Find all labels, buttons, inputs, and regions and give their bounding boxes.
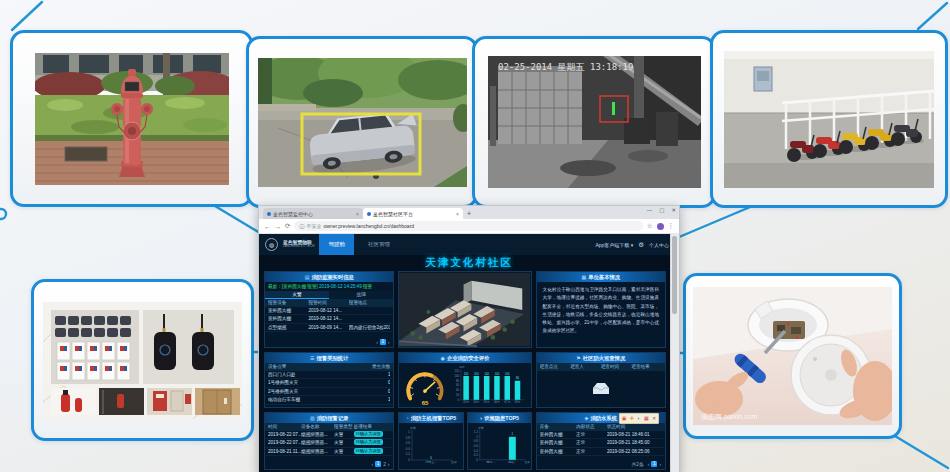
page-number[interactable]: 1 xyxy=(375,461,381,467)
panel-patrol: ⚑社区防火巡查情况 巡查点位巡查人 巡查时间巡查结果 xyxy=(536,352,666,408)
prev-page-button[interactable]: ‹ xyxy=(372,462,374,467)
prev-page-button[interactable]: ‹ xyxy=(376,340,378,345)
browser-menu-icon[interactable]: ⋮ xyxy=(668,222,675,230)
browser-tab-2[interactable]: 蓝色智慧社区平台 × xyxy=(363,208,463,219)
status-badge: 已确认为误报 xyxy=(354,439,383,445)
svg-text:03月: 03月 xyxy=(464,400,470,404)
table-row[interactable]: 1号楼外围火灾0 xyxy=(265,379,393,388)
scrollbar-thumb[interactable] xyxy=(672,236,677,314)
svg-text:07月: 07月 xyxy=(505,400,511,404)
cctv-timestamp: 02-25-2014 星期五 13:18:19 xyxy=(498,62,633,72)
table-row[interactable]: 点型烟感2019-08-09 14...园内建行宿舍2栋201室 xyxy=(265,324,393,333)
pagination: ‹ 1 2 › xyxy=(265,460,393,469)
photo-frame-car-detection xyxy=(246,36,478,208)
browser-tab-1[interactable]: 蓝色智慧监控中心 × xyxy=(263,208,363,219)
panel-unit-info: ▦单位基本情况 文化村位于鞍山西道与卫津路交叉口以南，紧邻天津医科大学，地理位置… xyxy=(536,271,666,348)
table-row[interactable]: 电动自行车车棚1 xyxy=(265,396,393,405)
forward-button[interactable]: → xyxy=(275,223,282,230)
clipboard-icon: ▤ xyxy=(305,274,310,280)
panel-title: 消防水系统 xyxy=(590,415,616,422)
svg-text:100: 100 xyxy=(485,372,490,376)
table-row[interactable]: 2019-08-22 07...烟感探测器...火警已确认为误报 xyxy=(265,431,393,440)
svg-text:次数: 次数 xyxy=(410,426,416,430)
profile-avatar[interactable] xyxy=(657,223,664,230)
bookmark-star-icon[interactable]: ☆ xyxy=(647,222,653,230)
tab-close-icon[interactable]: × xyxy=(356,211,359,217)
table-row[interactable]: 室外园大棚2019-08-12 14... xyxy=(265,307,393,316)
page-number[interactable]: 1 xyxy=(380,339,386,345)
tab-close-icon[interactable]: × xyxy=(456,211,459,217)
annotation-tool-icon[interactable]: ✚ xyxy=(630,414,634,423)
svg-text:100: 100 xyxy=(505,372,510,376)
svg-text:06月: 06月 xyxy=(494,400,500,404)
gear-icon[interactable]: ⚙ xyxy=(638,241,644,249)
cctv-flame-detection-photo: 02-25-2014 星期五 13:18:19 xyxy=(488,56,701,188)
svg-text:1: 1 xyxy=(511,432,513,436)
app-download-link[interactable]: App客户端下载 ▾ xyxy=(595,242,633,248)
annotation-tool-icon[interactable]: ▣ xyxy=(622,414,627,423)
status-badge: 已确认为误报 xyxy=(354,448,383,454)
svg-text:位置: 位置 xyxy=(524,460,530,464)
tab-favicon xyxy=(267,212,271,216)
photo-frame-hydrant xyxy=(10,30,253,207)
annotation-toolbar[interactable]: ▣✚◐▦✕ xyxy=(619,413,659,424)
car-surveillance-photo xyxy=(258,58,467,187)
panel-title: 消防监测实时信息 xyxy=(311,274,353,281)
back-button[interactable]: ← xyxy=(264,223,271,230)
top5-charts-row: ◔消防主机报警TOP5 00.20.40.60.81次数位置0消防主... ◑设… xyxy=(398,412,531,470)
svg-text:0: 0 xyxy=(430,456,432,460)
photo-frame-equipment xyxy=(31,279,254,441)
panel-title: 设施隐患TOP5 xyxy=(484,415,519,422)
next-page-button[interactable]: › xyxy=(659,462,661,467)
table-row[interactable]: 室外园大棚正常2019-08-21 18:45:00 xyxy=(537,439,665,448)
svg-text:40: 40 xyxy=(456,388,460,392)
address-bar[interactable]: ⓘ 不安全 owner.preview.lanchengbd.cn/dashbo… xyxy=(294,221,642,231)
prev-page-button[interactable]: ‹ xyxy=(648,462,650,467)
svg-text:0.4: 0.4 xyxy=(473,449,477,453)
panel-host-alarm-top5: ◔消防主机报警TOP5 00.20.40.60.81次数位置0消防主... xyxy=(398,412,463,470)
svg-text:消防主...: 消防主... xyxy=(425,460,437,464)
nav-item-community[interactable]: 社区管理 xyxy=(359,234,399,255)
table-row[interactable]: 2019-08-21 11...烟感探测器...火警已确认为误报 xyxy=(265,448,393,457)
latest-alarm-ticker: 最新：[室外园大棚 报警] 2019-08-12 14:25:49 报警 xyxy=(265,282,393,291)
new-tab-button[interactable]: + xyxy=(467,208,471,219)
table-header: 时间设备名称 报警类型处理结果 xyxy=(265,423,393,431)
table-row[interactable]: 室外园大棚2019-08-12 14... xyxy=(265,315,393,324)
close-button[interactable]: ✕ xyxy=(671,207,676,213)
tab-fire-alarm[interactable]: 火警 xyxy=(265,291,329,299)
svg-text:0.8: 0.8 xyxy=(473,439,477,443)
unit-info-text: 文化村位于鞍山西道与卫津路交叉口以南，紧邻天津医科大学，地理位置优越，社区周边商… xyxy=(537,282,665,340)
minimize-button[interactable]: — xyxy=(647,207,653,213)
table-header: 设备内部状态状态时间 xyxy=(537,423,665,431)
annotation-tool-icon[interactable]: ◐ xyxy=(637,414,640,423)
table-row[interactable]: 西口门入口处1 xyxy=(265,371,393,380)
panel-title: 企业消防安全评价 xyxy=(447,355,489,362)
reload-button[interactable]: ⟳ xyxy=(285,222,290,230)
svg-text:120: 120 xyxy=(455,369,460,373)
svg-text:0: 0 xyxy=(476,458,478,462)
next-page-button[interactable]: › xyxy=(388,340,390,345)
table-row[interactable]: 室外园大棚正常2019-08-22 08:25:06 xyxy=(537,448,665,457)
panel-alarm-category-stats: ☰报警类别统计 设备位置发生次数 西口门入口处1 1号楼外围火灾0 2号楼外围火… xyxy=(264,352,394,408)
photo-frame-cctv: 02-25-2014 星期五 13:18:19 xyxy=(472,36,716,208)
table-header: 报警设备报警时间报警地点 xyxy=(265,299,393,307)
nav-item-dashboard[interactable]: 驾驶舱 xyxy=(319,234,354,255)
svg-text:100: 100 xyxy=(455,374,460,378)
svg-text:位置: 位置 xyxy=(451,460,457,464)
panel-title: 报警类别统计 xyxy=(317,355,349,362)
maximize-button[interactable]: ▢ xyxy=(659,207,664,213)
svg-text:0.8: 0.8 xyxy=(406,436,411,440)
tab-fault[interactable]: 故障 xyxy=(329,291,393,299)
table-header: 巡查点位巡查人 巡查时间巡查结果 xyxy=(537,363,665,371)
next-page-button[interactable]: › xyxy=(388,462,390,467)
table-row[interactable]: 2019-08-22 07...烟感探测器...火警已确认为误报 xyxy=(265,439,393,448)
table-row[interactable]: 室外园大棚正常2019-08-21 18:46:01 xyxy=(537,431,665,440)
page-scrollbar[interactable] xyxy=(670,233,679,472)
annotation-tool-icon[interactable]: ▦ xyxy=(644,414,649,423)
annotation-tool-icon[interactable]: ✕ xyxy=(652,414,656,423)
page-number[interactable]: 2 xyxy=(383,462,386,467)
page-number[interactable]: 1 xyxy=(651,461,657,467)
empty-box-icon xyxy=(591,381,611,396)
table-row[interactable]: 2号楼外围火灾0 xyxy=(265,388,393,397)
chart-icon: ◉ xyxy=(441,355,445,361)
